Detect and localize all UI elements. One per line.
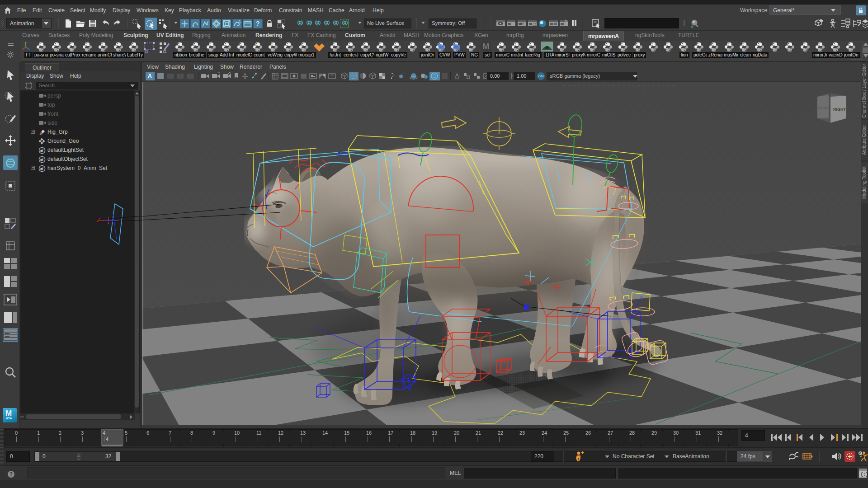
svg-text:{:}: {:} bbox=[860, 472, 868, 477]
svg-text:FRONT: FRONT bbox=[818, 107, 830, 110]
svg-text:IPR: IPR bbox=[519, 22, 524, 25]
svg-text:RIGHT: RIGHT bbox=[833, 107, 846, 112]
